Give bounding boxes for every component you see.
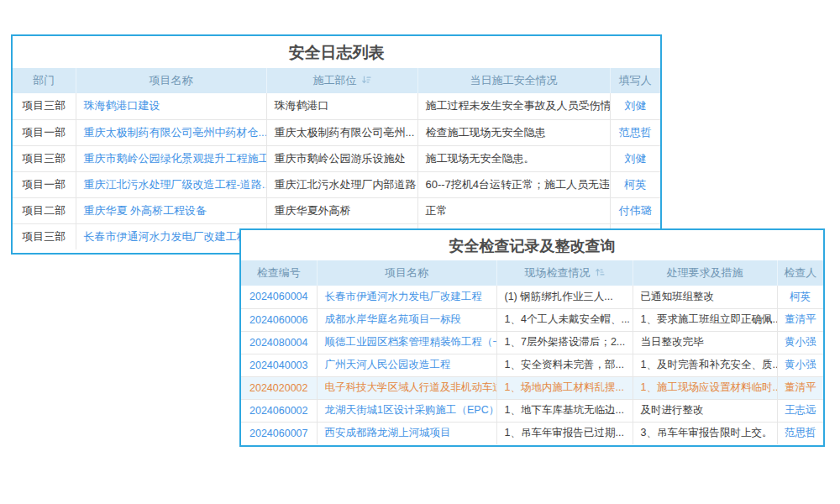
required-measures-cell: 当日整改完毕 <box>633 331 777 354</box>
inspection-number-cell[interactable]: 2024060004 <box>241 286 317 308</box>
project-name-cell[interactable]: 重庆华夏 外高桥工程设备 <box>76 197 266 223</box>
inspection-number-cell[interactable]: 2024060006 <box>241 308 317 331</box>
inspection-row[interactable]: 2024080004顺德工业园区档案管理精装饰工程（一标段1、7层外架搭设滞后；… <box>241 331 823 354</box>
project-name-cell[interactable]: 重庆江北污水处理厂级改造工程-道路... <box>76 171 266 197</box>
column-label: 当日施工安全情况 <box>470 74 558 87</box>
department-cell: 项目一部 <box>13 119 76 145</box>
daily-safety-status-cell: 正常 <box>417 197 610 223</box>
construction-part-cell: 重庆市鹅岭公园游乐设施处 <box>266 145 417 171</box>
construction-part-cell: 珠海鹤港口 <box>266 93 417 119</box>
project-name-cell[interactable]: 电子科技大学区域人行道及非机动车道工程 <box>317 376 496 399</box>
department-cell: 项目三部 <box>13 93 76 119</box>
inspector-cell[interactable]: 黄小强 <box>777 331 823 354</box>
site-check-status-cell: (1) 钢筋绑扎作业三人... <box>496 286 633 308</box>
department-cell: 项目二部 <box>13 197 76 223</box>
required-measures-cell: 已通知班组整改 <box>633 286 777 308</box>
project-name-cell[interactable]: 广州天河人民公园改造工程 <box>317 354 496 376</box>
inspection-number-cell[interactable]: 2024020002 <box>241 376 317 399</box>
inspection-row[interactable]: 2024060006成都水岸华庭名苑项目一标段1、4个工人未戴安全帽、...1、… <box>241 308 823 331</box>
inspection-query-title: 安全检查记录及整改查询 <box>241 230 823 260</box>
column-label: 检查人 <box>784 266 816 279</box>
column-header-inspection-number[interactable]: 检查编号 <box>241 260 317 286</box>
column-header-project-name[interactable]: 项目名称 <box>317 260 496 286</box>
column-label: 现场检查情况 <box>525 266 591 279</box>
column-label: 项目名称 <box>385 266 428 279</box>
sort-descending-icon[interactable] <box>361 75 371 87</box>
inspector-cell[interactable]: 王志远 <box>777 399 823 422</box>
inspection-number-cell[interactable]: 2024040003 <box>241 354 317 376</box>
inspector-cell[interactable]: 董清平 <box>777 376 823 399</box>
project-name-cell[interactable]: 顺德工业园区档案管理精装饰工程（一标段 <box>317 331 496 354</box>
inspection-row[interactable]: 2024060004长春市伊通河水力发电厂改建工程(1) 钢筋绑扎作业三人...… <box>241 286 823 308</box>
inspector-cell[interactable]: 柯英 <box>777 286 823 308</box>
safety-log-panel: 安全日志列表 部门项目名称施工部位当日施工安全情况填写人 项目三部珠海鹤港口建设… <box>11 34 662 255</box>
daily-safety-status-cell: 检查施工现场无安全隐患 <box>417 119 610 145</box>
column-header-department[interactable]: 部门 <box>13 68 76 93</box>
writer-cell[interactable]: 刘健 <box>610 145 660 171</box>
construction-part-cell: 重庆太极制药有限公司亳州... <box>266 119 417 145</box>
project-name-cell[interactable]: 龙湖天街城1区设计采购施工（EPC）总承 <box>317 399 496 422</box>
daily-safety-status-cell: 施工过程未发生安全事故及人员受伤情况 <box>417 93 610 119</box>
department-cell: 项目三部 <box>13 223 76 249</box>
inspection-row[interactable]: 2024060007西安成都路龙湖上河城项目1、吊车年审报告已过期...3、吊车… <box>241 422 823 444</box>
project-name-cell[interactable]: 长春市伊通河水力发电厂改建工程 <box>317 286 496 308</box>
project-name-cell[interactable]: 长春市伊通河水力发电厂改建工程 <box>76 223 266 249</box>
inspection-row[interactable]: 2024020002电子科技大学区域人行道及非机动车道工程1、场地内施工材料乱摆… <box>241 376 823 399</box>
safety-log-row[interactable]: 项目三部珠海鹤港口建设珠海鹤港口施工过程未发生安全事故及人员受伤情况刘健 <box>13 93 660 119</box>
inspection-header-row: 检查编号项目名称现场检查情况处理要求及措施检查人 <box>241 260 823 286</box>
inspection-number-cell[interactable]: 2024060007 <box>241 422 317 444</box>
site-check-status-cell: 1、吊车年审报告已过期... <box>496 422 633 444</box>
writer-cell[interactable]: 范思哲 <box>610 119 660 145</box>
writer-cell[interactable]: 柯英 <box>610 171 660 197</box>
department-cell: 项目三部 <box>13 145 76 171</box>
project-name-cell[interactable]: 成都水岸华庭名苑项目一标段 <box>317 308 496 331</box>
inspector-cell[interactable]: 范思哲 <box>777 422 823 444</box>
writer-cell[interactable]: 刘健 <box>610 93 660 119</box>
project-name-cell[interactable]: 珠海鹤港口建设 <box>76 93 266 119</box>
inspection-row[interactable]: 2024040003广州天河人民公园改造工程1、安全资料未完善，部...1、及时… <box>241 354 823 376</box>
writer-cell[interactable]: 付伟璐 <box>610 197 660 223</box>
required-measures-cell: 3、吊车年审报告限时上交。 <box>633 422 777 444</box>
construction-part-cell: 重庆华夏外高桥 <box>266 197 417 223</box>
safety-log-row[interactable]: 项目一部重庆太极制药有限公司亳州中药材仓...重庆太极制药有限公司亳州...检查… <box>13 119 660 145</box>
column-header-construction-part[interactable]: 施工部位 <box>266 68 417 93</box>
required-measures-cell: 及时进行整改 <box>633 399 777 422</box>
required-measures-cell: 1、施工现场应设置材料临时... <box>633 376 777 399</box>
safety-log-table: 部门项目名称施工部位当日施工安全情况填写人 项目三部珠海鹤港口建设珠海鹤港口施工… <box>13 68 660 249</box>
column-header-inspector[interactable]: 检查人 <box>777 260 823 286</box>
page: 安全日志列表 部门项目名称施工部位当日施工安全情况填写人 项目三部珠海鹤港口建设… <box>0 0 840 504</box>
project-name-cell[interactable]: 重庆市鹅岭公园绿化景观提升工程施工 <box>76 145 266 171</box>
inspection-query-panel: 安全检查记录及整改查询 检查编号项目名称现场检查情况处理要求及措施检查人 202… <box>239 228 825 447</box>
column-header-writer[interactable]: 填写人 <box>610 68 660 93</box>
inspector-cell[interactable]: 董清平 <box>777 308 823 331</box>
inspection-query-table: 检查编号项目名称现场检查情况处理要求及措施检查人 2024060004长春市伊通… <box>241 260 823 444</box>
column-label: 施工部位 <box>313 74 357 87</box>
column-header-required-measures[interactable]: 处理要求及措施 <box>633 260 777 286</box>
column-label: 处理要求及措施 <box>667 266 743 279</box>
required-measures-cell: 1、及时完善和补充安全、质... <box>633 354 777 376</box>
safety-log-row[interactable]: 项目二部重庆华夏 外高桥工程设备重庆华夏外高桥正常付伟璐 <box>13 197 660 223</box>
inspection-number-cell[interactable]: 2024080004 <box>241 331 317 354</box>
column-header-daily-safety-status[interactable]: 当日施工安全情况 <box>417 68 610 93</box>
project-name-cell[interactable]: 西安成都路龙湖上河城项目 <box>317 422 496 444</box>
project-name-cell[interactable]: 重庆太极制药有限公司亳州中药材仓... <box>76 119 266 145</box>
sort-ascending-icon[interactable] <box>595 267 605 280</box>
safety-log-header-row: 部门项目名称施工部位当日施工安全情况填写人 <box>13 68 660 93</box>
department-cell: 项目一部 <box>13 171 76 197</box>
safety-log-title: 安全日志列表 <box>13 36 660 68</box>
column-header-site-check-status[interactable]: 现场检查情况 <box>496 260 633 286</box>
safety-log-row[interactable]: 项目一部重庆江北污水处理厂级改造工程-道路...重庆江北污水处理厂内部道路60-… <box>13 171 660 197</box>
inspection-number-cell[interactable]: 2024060002 <box>241 399 317 422</box>
site-check-status-cell: 1、7层外架搭设滞后；2... <box>496 331 633 354</box>
daily-safety-status-cell: 施工现场无安全隐患。 <box>417 145 610 171</box>
safety-log-row[interactable]: 项目三部重庆市鹅岭公园绿化景观提升工程施工重庆市鹅岭公园游乐设施处施工现场无安全… <box>13 145 660 171</box>
inspection-row[interactable]: 2024060002龙湖天街城1区设计采购施工（EPC）总承1、地下车库基坑无临… <box>241 399 823 422</box>
site-check-status-cell: 1、场地内施工材料乱摆... <box>496 376 633 399</box>
column-header-project-name[interactable]: 项目名称 <box>76 68 266 93</box>
site-check-status-cell: 1、安全资料未完善，部... <box>496 354 633 376</box>
inspector-cell[interactable]: 黄小强 <box>777 354 823 376</box>
required-measures-cell: 1、要求施工班组立即正确佩... <box>633 308 777 331</box>
daily-safety-status-cell: 60--7挖机4台运转正常；施工人员无违... <box>417 171 610 197</box>
site-check-status-cell: 1、地下车库基坑无临边... <box>496 399 633 422</box>
column-label: 检查编号 <box>257 266 301 279</box>
